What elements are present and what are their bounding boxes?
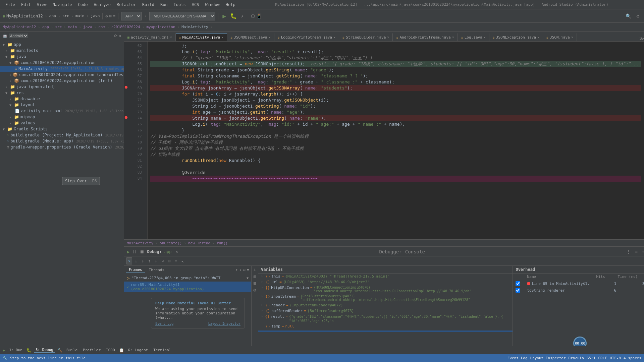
code-content[interactable]: }; Log.i( tag: "MainActivity", msg: "res… [148,42,644,239]
threads-tab[interactable]: Threads [146,267,167,273]
cog-icon[interactable]: ⚙ [119,34,121,38]
bottom-tab-profiler[interactable]: Profiler [82,348,102,352]
nav-crumb-main[interactable]: main [68,25,77,29]
status-position[interactable]: 65:1 [587,356,596,360]
breadcrumb-newthread[interactable]: new Thread [188,241,210,245]
breadcrumb-run[interactable]: run() [217,241,228,245]
tab-jsonexception-java[interactable]: ☕ JSONException.java × [489,33,543,41]
tab-close-btn[interactable]: × [221,36,223,39]
toolbar-icon-1[interactable]: ⚙ [105,14,108,18]
overhead-row-2[interactable]: toString renderer 6 [513,287,644,294]
debug-stop-icon[interactable]: ⏹ [140,249,144,254]
debug-close-btn[interactable]: × [175,249,178,254]
bottom-tab-terminal[interactable]: Terminal [152,348,172,352]
tab-close-btn[interactable]: × [484,36,486,39]
frames-tab[interactable]: Frames [126,267,145,273]
add-watch-btn[interactable]: + [252,267,257,273]
menu-tools[interactable]: Tools [171,2,189,8]
tab-overflow-btn[interactable]: ≫ [637,36,644,41]
tab-json-java[interactable]: ☕ JSON.java × [543,33,577,41]
debugger-tab-btn[interactable]: Debugger [378,248,403,255]
tab-loggingprintstream-java[interactable]: ☕ LoggingPrintStream.java × [274,33,339,41]
step-into-btn[interactable]: ↓ [133,258,139,264]
nav-crumb-app[interactable]: app [42,25,49,29]
frame-item-run65[interactable]: ✓ run:65, MainActivity$1 (com.c201801020… [124,282,251,292]
overhead-checkbox-2[interactable] [516,288,520,293]
var-this[interactable]: › {} this = {MainActivity@4003} "Thread[… [258,274,513,279]
bottom-tab-todo[interactable]: TODO [105,348,116,352]
tree-java-generated[interactable]: › 📁 java (generated) [0,84,124,90]
sdk-manager-icon[interactable]: ⬡ [251,13,255,19]
tree-mipmap[interactable]: › 📁 mipmap [0,114,124,120]
menu-help[interactable]: Help [223,2,238,8]
collapse-all-btn[interactable]: ⊟ [252,281,257,286]
nav-crumb-java[interactable]: java [83,25,92,29]
menu-analyze[interactable]: Analyze [91,2,113,8]
bottom-tab-run[interactable]: 1: Run [8,348,24,352]
bottom-tab-debug[interactable]: 5: Debug [34,348,55,353]
debug-settings-btn[interactable]: ≡ [635,249,638,254]
tree-java[interactable]: ▼ 📁 java [0,54,124,60]
frame-dropdown-btn[interactable]: ▼ [247,276,249,280]
menu-code[interactable]: Code [75,2,91,8]
evaluate-btn[interactable]: ⊞ [167,258,172,264]
debug-more-btn[interactable]: ⋮ [626,249,631,254]
debug-pause-icon[interactable]: ⏸ [132,249,137,254]
var-settings-btn[interactable]: ⚙ [252,287,257,293]
tab-androidprintstream-java[interactable]: ☕ AndroidPrintStream.java × [393,33,458,41]
overhead-row-1[interactable]: Line 65 in MainActivity$1. 1 3 [513,280,644,287]
frame-copy-btn[interactable]: ⊡ [243,267,246,272]
trace-btn[interactable]: ≡ [173,258,179,264]
nav-crumb-package[interactable]: c201801020224 [111,25,140,29]
tree-package-test[interactable]: › 📦 com.c201801020224.myapplication (tes… [0,78,124,84]
frame-item-thread217[interactable]: ▷ "Thread-217"@4,003 in group "main": WA… [124,274,251,282]
toolbar-icon-3[interactable]: ≡ [113,14,115,18]
tree-gradle-wrapper[interactable]: ⚙ gradle-wrapper.properties (Gradle Vers… [0,144,124,150]
tab-close-btn[interactable]: × [333,36,335,39]
menu-run[interactable]: Run [158,2,170,8]
tree-build-gradle-project[interactable]: ⚡ build.gradle (Project: My_Application)… [0,132,124,138]
run-to-cursor-btn[interactable]: ↗ [160,258,165,264]
tab-log-java[interactable]: ☕ Log.java × [458,33,489,41]
var-httpurlconnection[interactable]: › {} HttpURLConnection = {HttpURLConnect… [258,285,513,294]
breadcrumb-oncreate[interactable]: onCreate() [160,241,182,245]
tab-close-btn[interactable]: × [269,36,271,39]
avd-manager-icon[interactable]: 📱 [256,13,262,19]
var-url[interactable]: › {} url = {URL@4069} "http://148.70.46.… [258,279,513,285]
nav-crumb-project[interactable]: MyApplication12 [3,25,36,29]
search-everywhere-icon[interactable]: 🔍 [624,13,633,19]
debug-run-icon[interactable]: ▶ [127,249,129,254]
tree-values[interactable]: › 📁 values [0,120,124,126]
var-inputstream[interactable]: › {} inputStream = {RealBufferedSource$1… [258,294,513,302]
tab-activity-main-xml[interactable]: ■ activity_main.xml × [124,33,176,41]
event-log-link[interactable]: Event Log [155,322,173,325]
force-step-into-btn[interactable]: ⇓ [140,258,146,264]
nav-crumb-src[interactable]: src [55,25,62,29]
var-temp[interactable]: {} temp = null [258,323,513,329]
code-editor[interactable]: ● ● 62 63 64 [124,42,644,239]
status-indent[interactable]: 4 spaces [624,356,641,360]
tree-build-gradle-app[interactable]: ⚡ build.gradle (Module: app) 2020/7/19 1… [0,138,124,144]
frame-up-btn[interactable]: ↑ [235,267,238,272]
var-bufferedreader[interactable]: › {} bufferedReader = {BufferedReader@40… [258,308,513,314]
status-crlf[interactable]: CRLF [598,356,607,360]
tree-package-androidtest[interactable]: › 📦 com.c201801020224.myapplication (and… [0,72,124,78]
nav-crumb-com[interactable]: com [98,25,105,29]
expand-all-btn[interactable]: ⊞ [252,274,257,279]
tree-gradle-scripts[interactable]: ▼ 📁 Gradle Scripts [0,126,124,132]
status-theme[interactable]: Dracula [569,356,584,360]
overhead-checkbox-1[interactable] [516,281,520,286]
run-button[interactable]: ▶ [221,12,227,20]
toolbar-icon-2[interactable]: ⊞ [109,14,112,18]
breakpoint-74[interactable]: ● [124,114,128,120]
tree-layout[interactable]: ▼ 📁 layout [0,102,124,108]
menu-file[interactable]: File [3,2,18,8]
frame-down-btn[interactable]: ↓ [239,267,241,272]
attach-btn[interactable]: ⚡ [239,13,245,19]
breadcrumb-mainactivity[interactable]: MainActivity [127,241,153,245]
tab-close-btn[interactable]: × [537,36,539,39]
tree-activity-main-xml[interactable]: 📄 activity_main.xml 2020/7/19 19:02, 1.0… [0,108,124,114]
bottom-tab-logcat[interactable]: 6: Logcat [127,348,150,352]
menu-vcs[interactable]: VCS [189,2,202,8]
status-encoding[interactable]: UTF-8 [610,356,621,360]
